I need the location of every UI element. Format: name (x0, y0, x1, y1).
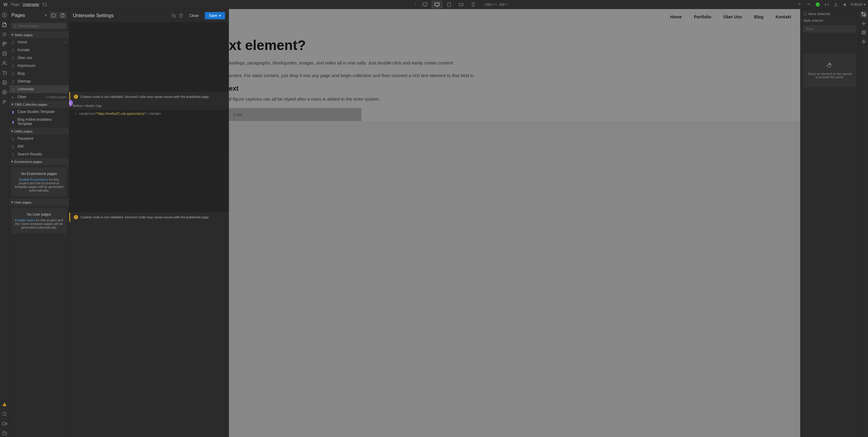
style-manager-tab-icon[interactable] (860, 29, 867, 36)
code-icon[interactable] (824, 1, 830, 7)
nav-link-blog[interactable]: Blog (754, 14, 764, 19)
cms-icon[interactable] (1, 50, 8, 57)
breakpoint-desktop[interactable] (420, 1, 430, 8)
breakpoint-mobile[interactable] (468, 1, 478, 8)
chevron-down-icon: ▾ (219, 13, 221, 18)
svg-rect-31 (864, 33, 866, 34)
paragraph-3[interactable]: d figure captions can all be styled afte… (229, 95, 800, 103)
element-settings-tab-icon[interactable] (860, 20, 867, 27)
assets-icon[interactable] (1, 79, 8, 86)
close-button[interactable]: Close (186, 12, 203, 19)
svg-rect-23 (2, 422, 5, 425)
page-icon: ▯ (12, 72, 16, 75)
group-cms[interactable]: ▾ CMS Collection pages (9, 101, 69, 108)
page-icon: ▯ (12, 145, 16, 148)
redo-icon[interactable]: ↷ (806, 1, 812, 7)
embed-placeholder[interactable]: d site. (229, 108, 362, 121)
style-placeholder: Select an element on the canvas to activ… (804, 54, 856, 87)
users-icon[interactable] (1, 60, 8, 67)
pages-panel-title: Pages (11, 13, 42, 18)
page-item-404[interactable]: ▯404 (9, 143, 69, 150)
close-panel-icon[interactable]: ✕ (44, 13, 47, 18)
selection-checkbox[interactable] (804, 12, 807, 15)
page-item-password[interactable]: ▯Password (9, 135, 69, 143)
nav-link-home[interactable]: Home (670, 14, 682, 19)
page-heading[interactable]: xt element? (229, 37, 800, 53)
breakpoint-large[interactable] (432, 1, 442, 8)
page-icon: ▯ (12, 40, 16, 44)
folder-icon: ▸ (12, 95, 16, 99)
svg-rect-29 (862, 31, 864, 32)
page-item-impressum[interactable]: ▯Impressum (9, 62, 69, 69)
components-icon[interactable] (1, 40, 8, 48)
code-editor-body[interactable]: 1<script src="https://me0w22.csb.app/scr… (69, 110, 228, 212)
new-page-button[interactable] (59, 12, 67, 19)
page-item-kontakt[interactable]: ▯Kontakt (9, 46, 69, 54)
audit-icon[interactable] (1, 401, 8, 408)
copy-icon[interactable] (172, 13, 176, 18)
hidden-count: 3 hidden pages (46, 95, 67, 99)
pages-icon[interactable] (1, 21, 8, 28)
warning-banner: ! Custom code is not validated. Incorrec… (69, 92, 228, 101)
page-item-blog[interactable]: ▯Blog (9, 69, 69, 77)
paragraph-1[interactable]: eadings, paragraphs, blockquotes, images… (229, 59, 800, 67)
enable-users-link[interactable]: Enable Users (15, 218, 35, 222)
svg-marker-33 (862, 39, 866, 43)
new-folder-button[interactable] (50, 12, 58, 19)
help-icon[interactable] (1, 430, 8, 437)
page-item-blog-artikel[interactable]: ▮Blog Artikel erstellens Template (9, 116, 69, 128)
undo-icon[interactable]: ↶ (797, 1, 803, 7)
svg-point-5 (815, 2, 819, 6)
group-ecommerce[interactable]: ▾ Ecommerce pages (9, 158, 69, 165)
page-icon: ▯ (12, 80, 16, 83)
publish-button[interactable]: Publish ▾ (851, 2, 866, 7)
nav-link-portfolio[interactable]: Portfolio (694, 14, 711, 19)
group-user[interactable]: ▾ User pages (9, 199, 69, 206)
enable-ecommerce-link[interactable]: Enable Ecommerce (19, 178, 48, 181)
group-static[interactable]: ▾ Static pages (9, 31, 69, 38)
canvas[interactable]: Home Portfolio Über Uns Blog Kontakt xt … (229, 9, 800, 437)
more-icon[interactable]: ⋮ (412, 1, 418, 7)
ecommerce-icon[interactable] (1, 69, 8, 76)
chevron-down-icon: ▾ (864, 2, 866, 7)
finsweet-icon[interactable]: {F (1, 98, 8, 105)
page-item-uber-uns[interactable]: ▯Über uns (9, 54, 69, 62)
webflow-logo-icon[interactable]: W (2, 1, 8, 7)
search-pages-input[interactable]: Search pages (11, 23, 67, 29)
trash-icon[interactable] (179, 13, 183, 18)
svg-point-13 (3, 52, 6, 53)
code-editor-head[interactable] (69, 23, 228, 92)
group-utility[interactable]: ▾ Utility pages (9, 128, 69, 135)
page-item-case-studies[interactable]: ▮Case-Studies Template (9, 108, 69, 116)
export-icon[interactable] (833, 1, 839, 7)
search-icon[interactable] (1, 410, 8, 418)
navigator-icon[interactable] (1, 31, 8, 38)
interactions-tab-icon[interactable] (860, 38, 867, 45)
svg-point-19 (4, 92, 5, 93)
paragraph-2[interactable]: ontent. For static content, just drop it… (229, 72, 800, 79)
publish-icon[interactable] (842, 1, 848, 7)
style-selector-input[interactable]: None (804, 25, 856, 33)
settings-icon[interactable] (1, 89, 8, 96)
subheading[interactable]: ext (229, 85, 800, 92)
left-rail: {F (0, 9, 9, 437)
svg-rect-30 (864, 31, 866, 32)
page-item-search-results[interactable]: ▯Search Results (9, 150, 69, 158)
refresh-icon[interactable] (41, 1, 48, 7)
page-name[interactable]: Unterseite (23, 2, 39, 7)
video-icon[interactable] (1, 420, 8, 427)
page-item-unterseite[interactable]: ▯Unterseite› (9, 85, 69, 93)
breakpoint-tablet[interactable] (444, 1, 455, 8)
save-button[interactable]: Save ▾ (205, 12, 225, 19)
before-body-label: Before </body> tag (69, 101, 228, 110)
nav-link-uber-uns[interactable]: Über Uns (723, 14, 742, 19)
page-item-home[interactable]: ▯Home⌂ (9, 38, 69, 46)
home-icon: ⌂ (64, 40, 67, 44)
style-tab-icon[interactable] (860, 11, 867, 18)
add-element-icon[interactable] (1, 11, 8, 19)
page-item-sitemap[interactable]: ▯Sitemap (9, 77, 69, 85)
breakpoint-mobile-landscape[interactable] (456, 1, 467, 8)
page-item-other[interactable]: ▸Other3 hidden pages (9, 93, 69, 101)
nav-link-kontakt[interactable]: Kontakt (776, 14, 791, 19)
user-empty-title: No User pages (14, 212, 64, 217)
